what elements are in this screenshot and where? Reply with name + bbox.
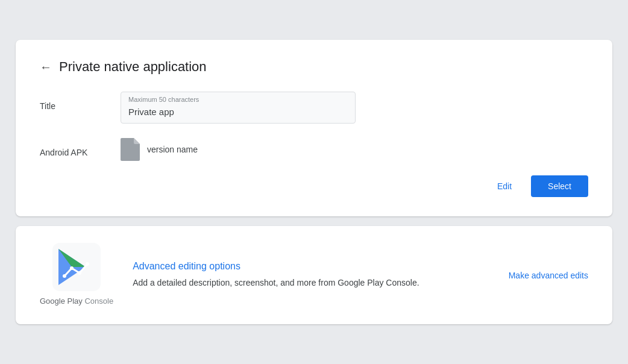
svg-point-5 [78,271,81,275]
apk-row: version name [121,138,198,161]
version-name: version name [147,145,198,154]
input-value: Private app [121,104,355,123]
svg-point-6 [86,262,89,266]
advanced-content: Advanced editing options Add a detailed … [133,261,489,289]
svg-point-4 [70,266,74,270]
google-play-console-logo: Google Play Console [40,243,113,307]
advanced-actions: Make advanced edits [509,266,588,285]
back-arrow-icon[interactable]: ← [40,61,52,73]
advanced-card: Google Play Console Advanced editing opt… [16,226,612,324]
svg-point-3 [63,274,66,278]
title-input[interactable]: Maximum 50 characters Private app [121,92,356,124]
title-form-row: Title Maximum 50 characters Private app [40,92,588,124]
apk-form-row: Android APK version name [40,138,588,161]
title-input-wrapper: Maximum 50 characters Private app [121,92,356,124]
card-actions: Edit Select [40,175,588,197]
page-title: Private native application [59,59,207,75]
card-header: ← Private native application [40,59,588,75]
make-advanced-edits-button[interactable]: Make advanced edits [509,266,588,285]
advanced-description: Add a detailed description, screenshot, … [133,277,489,289]
title-label: Title [40,92,106,111]
input-hint: Maximum 50 characters [121,92,355,104]
file-icon [121,138,140,161]
native-app-card: ← Private native application Title Maxim… [16,40,612,216]
select-button[interactable]: Select [531,175,588,197]
advanced-editing-title: Advanced editing options [133,261,489,272]
gpc-logo-text: Google Play Console [40,296,113,307]
apk-label: Android APK [40,138,106,157]
edit-button[interactable]: Edit [488,177,521,196]
